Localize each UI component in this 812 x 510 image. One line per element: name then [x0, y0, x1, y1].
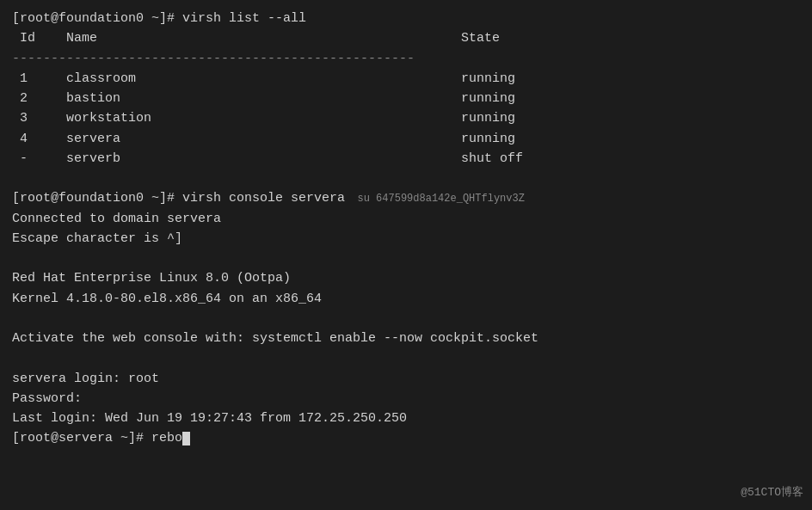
line-virsh-console: [root@foundation0 ~]# virsh console serv…: [12, 188, 800, 208]
line-lastlogin: Last login: Wed Jun 19 19:27:43 from 172…: [12, 409, 800, 428]
vm-row-classroom: 1 classroom running: [12, 69, 800, 89]
line-current-prompt[interactable]: [root@servera ~]# rebo: [12, 428, 800, 448]
blank-2: [12, 249, 800, 268]
vm-row-workstation: 3 workstation running: [12, 108, 800, 128]
line-header: Id Name State: [12, 28, 800, 48]
vm-row-servera: 4 servera running: [12, 129, 800, 149]
line-separator: ----------------------------------------…: [12, 49, 800, 69]
watermark: @51CTO博客: [741, 484, 803, 501]
line-login: servera login: root: [12, 369, 800, 389]
terminal-window: [root@foundation0 ~]# virsh list --all I…: [0, 0, 812, 510]
line-escape: Escape character is ^]: [12, 229, 800, 249]
line-rhel: Red Hat Enterprise Linux 8.0 (Ootpa): [12, 268, 800, 288]
line-cockpit: Activate the web console with: systemctl…: [12, 329, 800, 348]
line-connected: Connected to domain servera: [12, 209, 800, 229]
vm-row-bastion: 2 bastion running: [12, 89, 800, 108]
blank-3: [12, 309, 800, 329]
vm-row-serverb: - serverb shut off: [12, 149, 800, 169]
blank-4: [12, 348, 800, 368]
line-kernel: Kernel 4.18.0-80.el8.x86_64 on an x86_64: [12, 289, 800, 309]
line-password: Password:: [12, 389, 800, 409]
cursor-blink: [182, 432, 190, 445]
line-virsh-list: [root@foundation0 ~]# virsh list --all: [12, 9, 800, 28]
blank-1: [12, 169, 800, 188]
